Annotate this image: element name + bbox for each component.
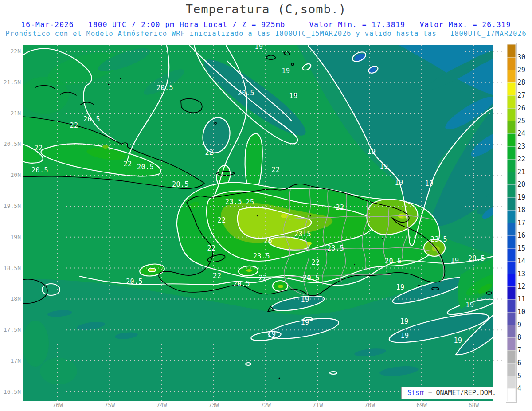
lon-label: 68W — [464, 402, 483, 408]
colorbar-segment — [507, 146, 516, 159]
subtitle-model-run: Pronóstico con el Modelo Atmósferico WRF… — [0, 30, 532, 38]
colorbar-tick: 22 — [517, 155, 531, 163]
lat-label: 19N — [0, 234, 21, 240]
temperature-map — [18, 42, 505, 403]
lon-label: 74W — [152, 402, 172, 408]
colorbar-segment — [507, 299, 516, 312]
colorbar-segment — [507, 108, 516, 121]
colorbar-segment — [507, 274, 516, 287]
lon-label: 72W — [256, 402, 275, 408]
temperature-colorbar — [506, 43, 517, 403]
lon-label: 76W — [48, 402, 67, 408]
colorbar-segment — [507, 133, 516, 146]
colorbar-segment — [507, 337, 516, 350]
colorbar-segment — [507, 184, 516, 197]
colorbar-segment — [507, 235, 516, 248]
org-label: ONAMET/REP.DOM. — [436, 389, 496, 397]
colorbar-segment — [507, 363, 516, 376]
colorbar-tick: 24 — [517, 129, 531, 137]
colorbar-tick: 26 — [517, 104, 531, 112]
lat-label: 17N — [0, 357, 21, 364]
sis-label: Sis — [407, 389, 419, 397]
branding-box: Sisπ − ONAMET/REP.DOM. — [401, 387, 502, 399]
colorbar-tick: 9 — [517, 321, 531, 329]
colorbar-segment — [507, 248, 516, 261]
colorbar-segment — [507, 210, 516, 223]
colorbar-tick: 19 — [517, 193, 531, 201]
lat-label: 20N — [0, 172, 21, 178]
colorbar-segment — [507, 388, 516, 401]
colorbar-tick: 21 — [517, 168, 531, 176]
separator: − — [424, 389, 436, 397]
colorbar-segment — [507, 121, 516, 134]
colorbar-segment — [507, 223, 516, 236]
colorbar-segment — [507, 44, 516, 57]
colorbar-tick: 28 — [517, 78, 531, 86]
colorbar-segment — [507, 70, 516, 83]
page-title: Temperatura (C,somb.) — [0, 2, 532, 16]
colorbar-segment — [507, 172, 516, 185]
colorbar-segment — [507, 312, 516, 325]
colorbar-tick: 17 — [517, 219, 531, 227]
lat-label: 21N — [0, 110, 21, 117]
lat-label: 19.5N — [0, 203, 21, 209]
lat-label: 18N — [0, 295, 21, 302]
lat-label: 22N — [0, 48, 21, 55]
colorbar-segment — [507, 376, 516, 389]
colorbar-segment — [507, 350, 516, 363]
lat-label: 18.5N — [0, 265, 21, 271]
colorbar-tick: 25 — [517, 117, 531, 125]
lat-label: 20.5N — [0, 141, 21, 147]
colorbar-segment — [507, 325, 516, 338]
colorbar-tick: 13 — [517, 270, 531, 278]
colorbar-tick: 4 — [517, 384, 531, 392]
colorbar-tick: 8 — [517, 333, 531, 341]
colorbar-tick: 15 — [517, 244, 531, 252]
weather-map-page: Temperatura (C,somb.) 16-Mar-2026 1800 U… — [0, 0, 532, 411]
colorbar-segment — [507, 57, 516, 70]
colorbar-tick: 7 — [517, 346, 531, 354]
colorbar-segment — [507, 197, 516, 210]
colorbar-tick: 27 — [517, 91, 531, 99]
colorbar-segment — [507, 82, 516, 95]
colorbar-tick: 29 — [517, 66, 531, 74]
lat-label: 16.5N — [0, 388, 21, 395]
subtitle-valid-time: 16-Mar-2026 1800 UTC / 2:00 pm Hora Loca… — [0, 20, 532, 29]
lat-label: 21.5N — [0, 79, 21, 86]
lon-label: 75W — [100, 402, 119, 408]
colorbar-segment — [507, 159, 516, 172]
pi-logo: π — [419, 388, 424, 397]
colorbar-tick: 12 — [517, 282, 531, 290]
colorbar-segment — [507, 95, 516, 108]
lon-label: 73W — [204, 402, 223, 408]
lon-label: 71W — [308, 402, 328, 408]
lon-label: 70W — [360, 402, 379, 408]
colorbar-tick: 6 — [517, 359, 531, 367]
colorbar-tick: 14 — [517, 257, 531, 265]
colorbar-segment — [507, 286, 516, 299]
colorbar-tick: 5 — [517, 372, 531, 380]
colorbar-segment — [507, 261, 516, 274]
colorbar-tick: 11 — [517, 295, 531, 303]
colorbar-tick: 10 — [517, 308, 531, 316]
colorbar-tick: 23 — [517, 142, 531, 150]
colorbar-tick: 30 — [517, 53, 531, 61]
colorbar-tick: 16 — [517, 231, 531, 239]
lon-label: 69W — [412, 402, 431, 408]
colorbar-tick: 18 — [517, 206, 531, 214]
colorbar-tick: 20 — [517, 180, 531, 188]
lat-label: 17.5N — [0, 326, 21, 333]
